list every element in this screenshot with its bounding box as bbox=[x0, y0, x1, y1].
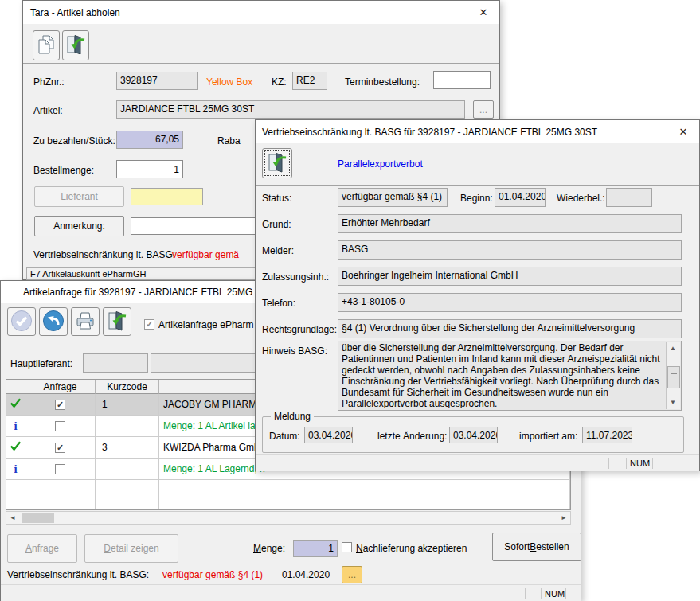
scroll-up-icon[interactable]: ▲ bbox=[667, 342, 679, 355]
anmerkung-button[interactable]: Anmerkung: bbox=[34, 216, 124, 236]
sofort-bestellen-button[interactable]: Sofort Bestellen bbox=[492, 533, 581, 561]
green-check-icon bbox=[10, 397, 22, 412]
terminbestellung-label: Terminbestellung: bbox=[345, 76, 420, 88]
nachlieferung-label: Nachlieferung akzeptieren bbox=[356, 543, 467, 554]
kurzcode-cell: 1 bbox=[96, 394, 159, 416]
hinweis-basg-textarea[interactable]: über die Sicherstellung der Arzneimittel… bbox=[338, 341, 682, 411]
menge-input[interactable] bbox=[293, 540, 338, 557]
meldung-legend: Meldung bbox=[271, 411, 314, 422]
scrollbar-thumb[interactable] bbox=[22, 513, 54, 523]
anfrage-checkbox[interactable]: ✓ bbox=[55, 400, 65, 410]
beginn-label: Beginn: bbox=[460, 193, 493, 204]
window-vertriebseinschraenkung: Vertriebseinschränkung lt. BASG für 3928… bbox=[255, 119, 700, 471]
scrollbar-thumb[interactable] bbox=[667, 366, 680, 388]
artikel-label: Artikel: bbox=[33, 105, 63, 116]
beginn-field: 01.04.2020 bbox=[495, 188, 546, 207]
tara-window-title: Tara - Artikel abholen bbox=[30, 7, 120, 18]
green-check-icon bbox=[10, 440, 22, 455]
datum-field: 03.04.2020 bbox=[304, 427, 353, 443]
tara-titlebar[interactable]: Tara - Artikel abholen ✕ bbox=[23, 1, 499, 25]
anmerkung-input[interactable] bbox=[131, 217, 276, 235]
rechtsgrundlage-label: Rechtsgrundlage: bbox=[262, 324, 337, 335]
vertrieb-window-title: Vertriebseinschränkung lt. BASG für 3928… bbox=[262, 127, 597, 138]
grund-label: Grund: bbox=[262, 219, 291, 230]
kurzcode-cell bbox=[96, 459, 159, 480]
anfrage-statusbar: NUM bbox=[1, 584, 581, 601]
bestellmenge-input[interactable] bbox=[116, 160, 183, 178]
table-row[interactable] bbox=[6, 501, 570, 510]
basg-restriction-label: Vertriebseinschränkung lt. BASG: bbox=[7, 569, 149, 580]
zulassungsinhaber-label: Zulassungsinh.: bbox=[262, 271, 329, 283]
kurzcode-cell: 3 bbox=[96, 437, 159, 459]
desktop: Tara - Artikel abholen ✕ bbox=[0, 0, 700, 601]
wiederbel-field bbox=[606, 188, 652, 207]
new-document-button[interactable] bbox=[33, 30, 60, 60]
anfrage-checkbox[interactable] bbox=[55, 421, 65, 431]
vertrieb-titlebar[interactable]: Vertriebseinschränkung lt. BASG für 3928… bbox=[256, 120, 699, 144]
print-button[interactable] bbox=[71, 307, 100, 336]
tara-toolbar bbox=[23, 24, 499, 64]
close-icon[interactable]: ✕ bbox=[676, 125, 690, 139]
close-icon[interactable]: ✕ bbox=[476, 6, 491, 20]
basg-restriction-value: verfügbar gemäß §4 (1) bbox=[162, 569, 263, 580]
menge-label: Menge: bbox=[253, 543, 285, 554]
num-lock-indicator: NUM bbox=[545, 589, 565, 599]
parallelexportverbot-link[interactable]: Parallelexportverbot bbox=[338, 158, 423, 170]
hinweis-basg-label: Hinweis BASG: bbox=[262, 345, 327, 357]
undo-button[interactable] bbox=[39, 307, 68, 336]
vertrieb-toolbar bbox=[256, 143, 699, 186]
telefon-label: Telefon: bbox=[262, 298, 295, 309]
undo-arrow-icon bbox=[42, 310, 65, 334]
scroll-right-icon[interactable]: ► bbox=[557, 512, 570, 524]
phznr-label: PhZnr.: bbox=[33, 76, 65, 88]
anfrage-button[interactable]: Anfrage bbox=[7, 534, 77, 563]
exit-button[interactable] bbox=[62, 30, 89, 60]
ok-button[interactable] bbox=[7, 307, 36, 336]
basg-restriction-date: 01.04.2020 bbox=[282, 569, 330, 580]
melder-field: BASG bbox=[338, 240, 682, 260]
checkbox-check-icon: ✓ bbox=[146, 319, 153, 329]
artikel-browse-button[interactable]: ... bbox=[473, 100, 494, 119]
lieferant-button[interactable]: Lieferant bbox=[34, 186, 124, 207]
anfrage-checkbox[interactable] bbox=[55, 464, 65, 474]
status-column-header[interactable] bbox=[6, 380, 25, 394]
exit-door-icon bbox=[65, 34, 86, 57]
basg-restriction-value: verfügbar gemä bbox=[172, 249, 239, 260]
anfrage-column-header[interactable]: Anfrage bbox=[25, 380, 96, 394]
exit-button[interactable] bbox=[103, 307, 131, 336]
letzte-aenderung-field: 03.04.2020 bbox=[449, 427, 498, 443]
rabatt-label: Raba bbox=[217, 135, 241, 146]
hauptlieferant-label: Hauptlieferant: bbox=[10, 358, 72, 369]
terminbestellung-input[interactable] bbox=[433, 71, 491, 89]
copy-document-icon bbox=[36, 34, 57, 57]
zu-bezahlen-field: 67,05 bbox=[116, 131, 183, 149]
artikel-field: JARDIANCE FTBL 25MG 30ST bbox=[116, 100, 465, 119]
num-lock-indicator: NUM bbox=[630, 459, 650, 468]
anfrage-checkbox[interactable]: ✓ bbox=[55, 443, 65, 453]
printer-icon bbox=[74, 310, 96, 334]
rechtsgrundlage-field: §4 (1) Verordnung über die Sicherstellun… bbox=[338, 319, 682, 338]
vertrieb-statusbar: NUM bbox=[256, 454, 699, 471]
nachlieferung-checkbox[interactable] bbox=[342, 542, 352, 552]
lieferant-input[interactable] bbox=[131, 188, 203, 205]
wiederbel-label: Wiederbel.: bbox=[557, 193, 605, 204]
info-icon: i bbox=[14, 420, 17, 432]
horizontal-scrollbar[interactable]: ◄ ► bbox=[6, 511, 571, 525]
kurzcode-column-header[interactable]: Kurzcode bbox=[96, 380, 159, 394]
ok-check-icon bbox=[10, 310, 33, 334]
basg-detail-button[interactable]: ... bbox=[342, 566, 362, 583]
scroll-left-icon[interactable]: ◄ bbox=[6, 512, 19, 524]
exit-button[interactable] bbox=[262, 148, 292, 178]
scroll-down-icon[interactable]: ▼ bbox=[667, 396, 679, 409]
letzte-aenderung-label: letzte Änderung: bbox=[377, 431, 447, 442]
status-label: Status: bbox=[262, 193, 291, 204]
bestellmenge-label: Bestellmenge: bbox=[33, 165, 94, 176]
kz-field: RE2 bbox=[292, 72, 327, 90]
phznr-field: 3928197 bbox=[116, 72, 198, 90]
table-row[interactable] bbox=[6, 480, 570, 501]
detail-zeigen-button[interactable]: Detail zeigen bbox=[84, 534, 178, 563]
importiert-am-field: 11.07.2023 bbox=[582, 427, 632, 443]
kurzcode-cell bbox=[96, 416, 159, 437]
epharm-checkbox[interactable]: ✓ bbox=[144, 319, 154, 330]
vertical-scrollbar[interactable]: ▲ ▼ bbox=[666, 342, 680, 409]
